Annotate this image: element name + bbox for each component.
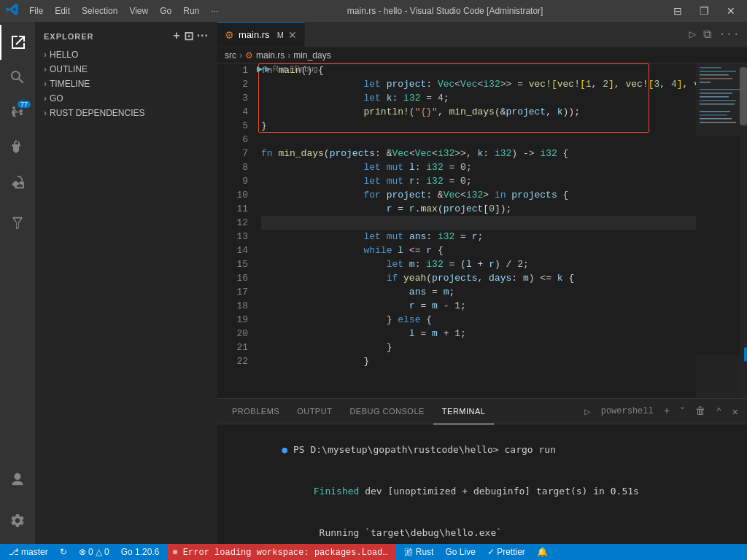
sidebar-item-rust-deps[interactable]: › RUST DEPENDENCIES [35,106,217,120]
activity-extensions-icon[interactable] [0,165,35,200]
code-editor[interactable]: ▶ ▶ Run | Debug 1 2 3 4 5 6 7 8 9 10 11 … [217,63,696,398]
menu-run[interactable]: Run [179,4,204,18]
scroll-indicator [744,347,747,362]
shell-picker-icon[interactable]: ˅ [677,404,688,419]
tab-close-button[interactable]: ✕ [288,29,297,41]
menu-view[interactable]: View [125,4,152,18]
activity-bar: 77 [0,22,35,544]
close-button[interactable]: ✕ [721,4,741,18]
hello-label: HELLO [50,50,78,60]
activity-settings-icon[interactable] [0,503,35,538]
tab-output[interactable]: OUTPUT [288,399,341,424]
line-num-21: 21 [217,341,248,354]
maximize-panel-icon[interactable]: ⌃ [713,404,724,419]
new-file-icon[interactable]: + [173,29,180,43]
rust-file-icon: ⚙ [225,29,234,41]
status-branch[interactable]: ⎇ master [6,547,51,557]
sidebar-item-outline[interactable]: › OUTLINE [35,62,217,77]
run-debug-hint[interactable]: ▶ ▶ Run | Debug [254,63,321,74]
menu-edit[interactable]: Edit [50,4,74,18]
scrollbar-thumb[interactable] [740,67,747,125]
terminal-prompt-1: ● [282,444,293,455]
explorer-title: Explorer [44,32,94,41]
status-notifications[interactable]: 🔔 [534,547,551,557]
tab-debug-console[interactable]: DEBUG CONSOLE [341,399,433,424]
split-terminal-icon[interactable]: + [661,404,673,419]
more-tab-actions-icon[interactable]: ··· [717,26,741,42]
terminal-cmd: PS D:\mysetup\gopath\rustcode\hello> car… [293,444,556,455]
go-version-label: Go 1.20.6 [121,547,160,557]
maximize-button[interactable]: ❐ [694,4,715,18]
line-num-8: 8 [217,160,248,174]
tab-modified-indicator: M [277,31,284,39]
status-prettier[interactable]: ✓ Prettier [484,547,528,557]
code-lines[interactable]: ● fn main() { let project: Vec<Vec<i32>>… [254,63,696,398]
line-num-5: 5 [217,119,248,133]
status-sync[interactable]: ↻ [57,547,70,557]
new-folder-icon[interactable]: ⊡ [184,29,194,43]
activity-source-control-icon[interactable]: 77 [0,95,35,130]
minimize-button[interactable]: ⊟ [667,4,688,18]
rust-deps-label: RUST DEPENDENCIES [50,108,144,118]
status-go-version[interactable]: Go 1.20.6 [118,547,163,557]
sidebar-item-timeline[interactable]: › TIMELINE [35,77,217,91]
status-rust[interactable]: 游 Rust [401,546,436,559]
line-num-13: 13 [217,230,248,244]
bell-icon: 🔔 [537,547,548,557]
sidebar-item-go[interactable]: › GO [35,91,217,106]
close-panel-icon[interactable]: ✕ [729,404,741,419]
line-num-3: 3 [217,91,248,105]
tab-problems[interactable]: PROBLEMS [223,399,288,424]
status-errors[interactable]: ⊗ 0 △ 0 [76,547,112,557]
line-num-22: 22 [217,354,248,368]
editor-tab-main-rs[interactable]: ⚙ main.rs M ✕ [217,22,305,47]
activity-search-icon[interactable] [0,60,35,95]
chevron-right-icon-5: › [44,108,47,118]
menu-file[interactable]: File [25,4,47,18]
line-num-1: 1 [217,63,248,77]
status-go-live[interactable]: Go Live [442,547,478,557]
activity-explorer-icon[interactable] [0,25,35,60]
trash-terminal-icon[interactable]: 🗑 [692,404,708,419]
errors-label: ⊗ 0 [79,547,93,557]
line-num-16: 16 [217,271,248,285]
menu-selection[interactable]: Selection [77,4,122,18]
code-line-4: println!("{}", min_days(&project, k)); [261,105,696,119]
breadcrumb-file-icon: ⚙ [245,50,253,61]
scrollbar-track[interactable] [740,63,747,398]
menu-go[interactable]: Go [155,4,176,18]
window-title: main.rs - hello - Visual Studio Code [Ad… [347,6,543,16]
code-line-11: r = r.max(project[0]); [261,202,696,216]
split-editor-icon[interactable]: ⧉ [702,26,713,43]
line-num-6: 6 [217,133,248,147]
line-num-15: 15 [217,257,248,271]
line-num-14: 14 [217,244,248,257]
activity-flask-icon[interactable] [0,206,35,241]
terminal-line-2: Finished dev [unoptimized + debuginfo] t… [225,470,740,512]
menu-more[interactable]: ··· [206,4,222,18]
new-terminal-icon[interactable]: ▷ [581,404,593,419]
terminal-line-3: Running `target\debug\hello.exe` [225,512,740,544]
minimap-svg [696,63,740,355]
run-hint-icon: ▶ [257,64,263,73]
activity-accounts-icon[interactable] [0,462,35,497]
terminal-line-1: ● PS D:\mysetup\gopath\rustcode\hello> c… [225,429,740,470]
breadcrumb-file[interactable]: main.rs [256,50,285,61]
main-area: 77 Explorer + ⊡ ··· › [0,22,747,544]
more-actions-icon[interactable]: ··· [197,29,209,43]
sidebar-item-hello[interactable]: › HELLO [35,47,217,62]
status-error-msg[interactable]: ⊗ Error loading workspace: packages.Load… [168,544,395,560]
terminal-content[interactable]: ● PS D:\mysetup\gopath\rustcode\hello> c… [217,424,747,544]
activity-debug-icon[interactable] [0,130,35,165]
breadcrumb-symbol[interactable]: min_days [293,50,330,61]
run-icon[interactable]: ▷ [688,26,698,43]
line-numbers: 1 2 3 4 5 6 7 8 9 10 11 12 13 14 15 16 1 [217,63,254,398]
editor-area: ⚙ main.rs M ✕ ▷ ⧉ ··· src › ⚙ main.rs › … [217,22,747,544]
chevron-right-icon: › [44,50,47,60]
warnings-label: △ 0 [96,547,109,557]
line-num-17: 17 [217,285,248,299]
run-debug-label: ▶ Run | Debug [265,64,318,73]
line-num-19: 19 [217,313,248,327]
tab-terminal[interactable]: TERMINAL [433,399,495,424]
breadcrumb-src[interactable]: src [225,50,236,61]
